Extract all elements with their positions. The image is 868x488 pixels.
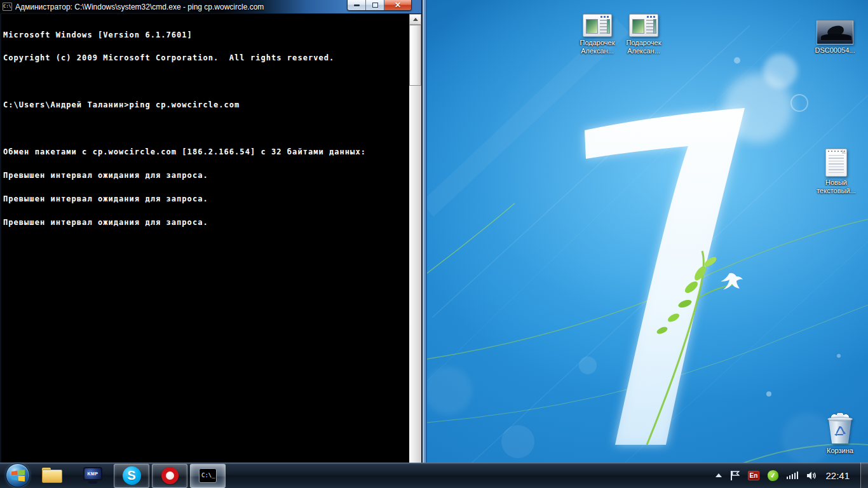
windows-logo-icon: [11, 470, 25, 482]
taskbar-item-kmplayer[interactable]: KMP: [74, 463, 111, 488]
desktop-icon-label: DSC00054...: [815, 46, 855, 55]
console-line: Microsoft Windows [Version 6.1.7601]: [3, 31, 409, 39]
taskbar: KMP S C:\_ En ✓ 22:41: [0, 463, 868, 488]
desktop-icon-text-document[interactable]: Новыйтекстовый...: [808, 145, 864, 195]
volume-icon[interactable]: [806, 471, 817, 480]
cmd-icon: C:\: [3, 3, 12, 11]
console-line: C:\Users\Андрей Таланин>ping cp.wowcircl…: [3, 101, 409, 109]
cmd-window: C:\ Администратор: C:\Windows\system32\c…: [0, 0, 427, 463]
console-line: Превышен интервал ожидания для запроса.: [3, 172, 409, 179]
minimize-icon: [354, 4, 360, 6]
console-line: Превышен интервал ожидания для запроса.: [3, 219, 409, 226]
scrollbar-thumb[interactable]: [409, 25, 421, 86]
desktop-icon-label: ПодарочекАлексан...: [627, 39, 661, 55]
photo-thumbnail-icon: [817, 20, 853, 44]
antivirus-status-icon[interactable]: ✓: [767, 469, 779, 481]
application-window-icon: [583, 14, 612, 37]
text-document-icon: [825, 149, 847, 177]
desktop-icon-recycle-bin[interactable]: Корзина: [812, 413, 868, 455]
console-line: Превышен интервал ожидания для запроса.: [3, 195, 409, 203]
vertical-scrollbar[interactable]: [409, 14, 421, 463]
console-line: [3, 78, 409, 85]
window-right-border: [421, 0, 427, 463]
opera-icon: [161, 467, 179, 484]
desktop-icon-label: Корзина: [827, 447, 853, 455]
recycle-bin-full-icon: [827, 413, 853, 445]
close-icon: ✕: [395, 1, 401, 9]
desktop-icon-photo[interactable]: DSC00054...: [806, 13, 864, 55]
show-desktop-button[interactable]: [860, 463, 868, 488]
restore-icon: [372, 3, 378, 8]
system-tray: En ✓ 22:41: [715, 463, 868, 488]
light-streaks: [427, 19, 868, 488]
console-line: Обмен пакетами с cp.wowcircle.com [186.2…: [3, 148, 409, 156]
taskbar-item-skype[interactable]: S: [114, 464, 149, 488]
taskbar-item-explorer[interactable]: [34, 463, 71, 488]
taskbar-item-cmd-active[interactable]: C:\_: [190, 464, 226, 488]
caption-buttons: ✕: [347, 0, 412, 11]
kmplayer-icon: KMP: [83, 467, 102, 484]
desktop-icon-label: ПодарочекАлексан...: [580, 39, 615, 55]
bird-icon: [721, 273, 743, 290]
desktop-icon-label: Новыйтекстовый...: [817, 179, 856, 195]
folder-icon: [42, 468, 62, 483]
bokeh-circles: [424, 54, 841, 464]
minimize-button[interactable]: [348, 0, 366, 10]
taskbar-item-opera[interactable]: [152, 464, 187, 488]
restore-button[interactable]: [366, 0, 384, 10]
show-hidden-icons-button[interactable]: [715, 473, 722, 477]
console-line: Copyright (c) 2009 Microsoft Corporation…: [3, 54, 409, 62]
action-center-flag-icon[interactable]: [730, 470, 740, 481]
window-title: Администратор: C:\Windows\system32\cmd.e…: [15, 3, 264, 11]
taskbar-clock[interactable]: 22:41: [825, 470, 852, 481]
console-output[interactable]: Microsoft Windows [Version 6.1.7601] Cop…: [1, 14, 409, 463]
arrow-up-icon: [413, 18, 418, 21]
application-window-icon: [629, 14, 658, 37]
console-line: [3, 125, 409, 132]
start-button[interactable]: [6, 463, 30, 487]
cmd-icon: C:\_: [199, 468, 217, 483]
skype-icon: S: [123, 466, 141, 485]
windows-seven-logo: [585, 108, 745, 445]
close-button[interactable]: ✕: [384, 0, 411, 10]
windows-seven-logo-glow: [585, 108, 745, 445]
branch-and-leaves: [647, 251, 737, 445]
language-indicator[interactable]: En: [748, 471, 759, 480]
recycle-symbol-icon: [833, 424, 847, 437]
green-curves: [427, 203, 868, 488]
scrollbar-up-button[interactable]: [409, 14, 421, 25]
network-signal-icon[interactable]: [787, 471, 799, 479]
desktop-icon-gift-2[interactable]: ПодарочекАлексан...: [616, 5, 672, 55]
